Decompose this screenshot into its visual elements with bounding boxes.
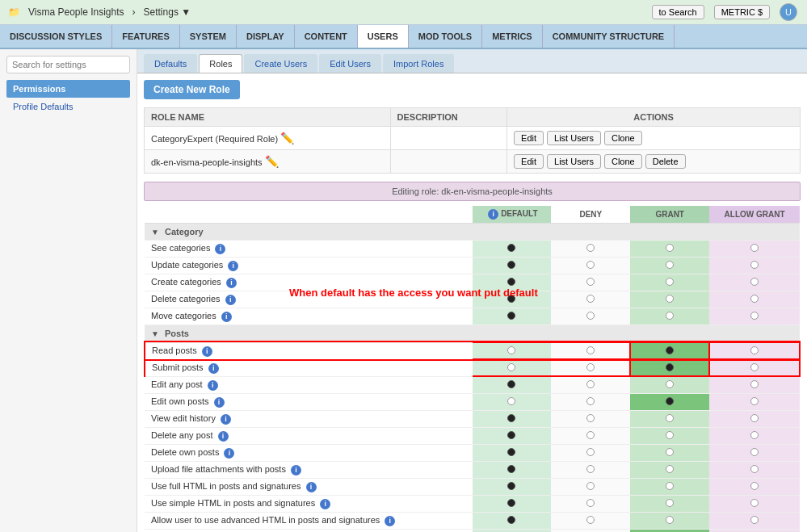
scroll-area[interactable]: i DEFAULT DENY GRANT ALLOW GRANT [144,206,801,532]
radio-deny-upd-cat[interactable] [551,258,630,274]
info-icon-read-posts[interactable]: i [202,346,212,357]
radio-allow-del-own[interactable] [709,444,800,461]
nav-features[interactable]: FEATURES [112,25,179,48]
radio-grant-mv-cat[interactable] [630,308,709,325]
nav-display[interactable]: DISPLAY [237,25,295,48]
radio-grant-del-any[interactable] [630,427,709,444]
info-icon-view-hist[interactable]: i [221,414,231,425]
radio-allow-embed[interactable] [709,529,800,532]
radio-deny-submit-posts[interactable] [551,359,630,376]
info-icon-del-cat[interactable]: i [225,295,236,305]
radio-default-upload[interactable] [473,461,552,478]
info-icon-edit-any[interactable]: i [208,380,218,391]
radio-allow-upd-cat[interactable] [709,258,800,274]
tab-roles[interactable]: Roles [199,54,242,73]
radio-grant-submit-posts[interactable] [630,359,709,376]
sidebar-item-permissions[interactable]: Permissions [6,80,130,98]
radio-allow-del-any[interactable] [709,427,800,444]
radio-deny-see-cat[interactable] [551,241,630,258]
radio-grant-edit-own[interactable] [630,393,709,410]
tab-defaults[interactable]: Defaults [144,54,197,73]
metric-button[interactable]: METRIC $ [714,5,770,19]
radio-grant-view-hist[interactable] [630,410,709,427]
radio-grant-del-cat[interactable] [630,291,709,308]
nav-system[interactable]: SYSTEM [180,25,237,48]
radio-grant-full-html[interactable] [630,478,709,495]
edit-icon-2[interactable]: ✏️ [265,155,279,168]
radio-deny-adv-html[interactable] [551,512,630,529]
radio-grant-upd-cat[interactable] [630,258,709,274]
clone-btn-2[interactable]: Clone [604,154,642,169]
radio-allow-full-html[interactable] [709,478,800,495]
nav-content[interactable]: CONTENT [295,25,358,48]
radio-allow-upload[interactable] [709,461,800,478]
info-icon-see-cat[interactable]: i [215,244,225,254]
radio-deny-embed[interactable] [551,529,630,532]
radio-grant-cr-cat[interactable] [630,274,709,291]
radio-grant-embed[interactable] [630,529,709,532]
radio-allow-del-cat[interactable] [709,291,800,308]
radio-allow-edit-own[interactable] [709,393,800,410]
radio-default-submit-posts[interactable] [473,359,552,376]
tab-create-users[interactable]: Create Users [244,54,317,73]
radio-allow-edit-any[interactable] [709,376,800,393]
radio-deny-simple-html[interactable] [551,495,630,512]
info-icon-del-any[interactable]: i [218,431,229,442]
radio-grant-upload[interactable] [630,461,709,478]
radio-deny-mv-cat[interactable] [551,308,630,325]
to-search-button[interactable]: to Search [652,5,704,19]
radio-allow-simple-html[interactable] [709,495,800,512]
radio-default-view-hist[interactable] [473,410,552,427]
info-icon-cr-cat[interactable]: i [226,278,237,288]
nav-discussion-styles[interactable]: DISCUSSION STYLES [0,25,112,48]
radio-deny-view-hist[interactable] [551,410,630,427]
radio-deny-upload[interactable] [551,461,630,478]
radio-default-embed[interactable] [473,529,552,532]
radio-allow-view-hist[interactable] [709,410,800,427]
radio-allow-mv-cat[interactable] [709,308,800,325]
list-users-btn-2[interactable]: List Users [547,154,601,169]
radio-default-read-posts[interactable] [473,342,552,359]
radio-default-edit-any[interactable] [473,376,552,393]
radio-allow-read-posts[interactable] [709,342,800,359]
edit-btn-1[interactable]: Edit [514,131,544,145]
radio-deny-del-own[interactable] [551,444,630,461]
search-input[interactable] [6,56,130,73]
info-icon-adv-html[interactable]: i [385,516,395,526]
radio-grant-simple-html[interactable] [630,495,709,512]
radio-default-upd-cat[interactable] [473,258,552,274]
radio-default-see-cat[interactable] [473,241,552,258]
radio-grant-edit-any[interactable] [630,376,709,393]
delete-btn-2[interactable]: Delete [645,154,686,169]
info-icon-upload[interactable]: i [291,465,301,475]
info-icon-upd-cat[interactable]: i [228,261,238,271]
radio-allow-cr-cat[interactable] [709,274,800,291]
radio-deny-edit-own[interactable] [551,393,630,410]
sidebar-item-profile-defaults[interactable]: Profile Defaults [6,99,130,114]
radio-deny-full-html[interactable] [551,478,630,495]
info-icon-simple-html[interactable]: i [320,499,330,509]
radio-deny-read-posts[interactable] [551,342,630,359]
radio-default-edit-own[interactable] [473,393,552,410]
radio-default-mv-cat[interactable] [473,308,552,325]
radio-deny-del-cat[interactable] [551,291,630,308]
radio-default-full-html[interactable] [473,478,552,495]
nav-community-structure[interactable]: COMMUNITY STRUCTURE [543,25,675,48]
radio-grant-read-posts[interactable] [630,342,709,359]
radio-grant-see-cat[interactable] [630,241,709,258]
tab-import-roles[interactable]: Import Roles [383,54,454,73]
edit-btn-2[interactable]: Edit [514,154,544,169]
radio-allow-adv-html[interactable] [709,512,800,529]
nav-mod-tools[interactable]: MOD TOOLS [409,25,482,48]
info-icon-edit-own[interactable]: i [214,397,225,408]
radio-allow-see-cat[interactable] [709,241,800,258]
radio-default-del-own[interactable] [473,444,552,461]
radio-grant-del-own[interactable] [630,444,709,461]
info-icon-submit-posts[interactable]: i [208,363,219,374]
radio-deny-cr-cat[interactable] [551,274,630,291]
radio-grant-adv-html[interactable] [630,512,709,529]
nav-metrics[interactable]: METRICS [482,25,543,48]
info-icon-mv-cat[interactable]: i [221,312,232,322]
create-new-role-button[interactable]: Create New Role [144,80,240,99]
radio-default-adv-html[interactable] [473,512,552,529]
